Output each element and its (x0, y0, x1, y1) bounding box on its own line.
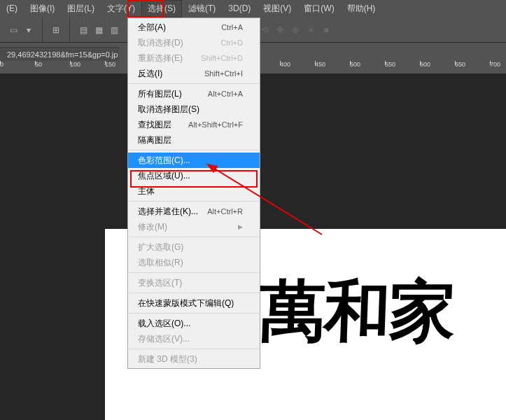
ruler-tick: 500 (350, 61, 360, 68)
menu-item: 重新选择(E)Shift+Ctrl+D (128, 50, 260, 66)
ruler-tick: 100 (70, 61, 80, 68)
submenu-arrow-icon: ▶ (238, 223, 243, 230)
menu-item[interactable]: 所有图层(L)Alt+Ctrl+A (128, 86, 260, 102)
menu-item-label: 在快速蒙版模式下编辑(Q) (138, 298, 243, 309)
menu-item-shortcut: Shift+Ctrl+I (204, 69, 243, 78)
ruler-tick: 550 (385, 61, 395, 68)
grid-icon[interactable]: ⊞ (49, 23, 63, 37)
menu-separator (129, 201, 259, 202)
menubar-item[interactable]: 视图(V) (257, 0, 297, 18)
menu-item-label: 载入选区(O)... (138, 318, 243, 330)
menubar-item[interactable]: 选择(S) (141, 0, 182, 18)
menu-separator (129, 313, 259, 314)
menu-item: 变换选区(T) (128, 275, 260, 290)
menu-item[interactable]: 选择并遮住(K)...Alt+Ctrl+R (128, 204, 260, 219)
menu-item: 取消选择(D)Ctrl+D (128, 35, 260, 50)
align-left-icon[interactable]: ▤ (76, 23, 90, 37)
menu-separator (129, 293, 259, 293)
menu-item-label: 焦点区域(U)... (138, 170, 243, 182)
ruler-tick: 150 (105, 61, 115, 68)
menu-item-label: 新建 3D 模型(3) (138, 354, 243, 365)
menu-item-label: 选择并遮住(K)... (138, 206, 207, 218)
menu-item[interactable]: 反选(I)Shift+Ctrl+I (128, 66, 260, 81)
menu-item-label: 反选(I) (138, 68, 204, 80)
menubar: (E)图像(I)图层(L)文字(Y)选择(S)滤镜(T)3D(D)视图(V)窗口… (0, 0, 506, 18)
menu-item[interactable]: 色彩范围(C)... (128, 153, 260, 168)
menu-item-label: 取消选择(D) (138, 37, 221, 49)
menu-item-label: 全部(A) (138, 22, 221, 34)
menu-item[interactable]: 全部(A)Ctrl+A (128, 20, 260, 35)
menubar-item[interactable]: 滤镜(T) (182, 0, 222, 18)
menu-item-label: 扩大选取(G) (138, 241, 243, 253)
ruler-tick: 600 (420, 61, 430, 68)
menu-item: 选取相似(R) (128, 255, 260, 270)
menu-separator (129, 272, 259, 273)
menu-item-shortcut: Shift+Ctrl+D (201, 54, 243, 62)
menu-item-label: 重新选择(E) (138, 52, 201, 64)
dropdown-icon[interactable]: ▾ (22, 23, 36, 37)
camera-icon[interactable]: ■ (319, 23, 333, 37)
menu-item: 修改(M)▶ (128, 219, 260, 234)
menu-item[interactable]: 载入选区(O)... (128, 316, 260, 331)
menu-separator (129, 237, 259, 237)
menu-separator (129, 349, 259, 349)
menu-item-label: 查找图层 (138, 119, 188, 131)
menu-item[interactable]: 隔离图层 (128, 132, 260, 148)
zoom-icon[interactable]: ⊕ (288, 23, 302, 37)
menu-item-label: 修改(M) (138, 221, 238, 233)
menu-item[interactable]: 取消选择图层(S) (128, 102, 260, 117)
menubar-item[interactable]: 帮助(H) (341, 0, 382, 18)
select-menu-dropdown: 全部(A)Ctrl+A取消选择(D)Ctrl+D重新选择(E)Shift+Ctr… (127, 18, 260, 369)
menu-item-label: 隔离图层 (138, 134, 243, 146)
menubar-item[interactable]: 窗口(W) (297, 0, 340, 18)
menubar-item[interactable]: 图像(I) (24, 0, 61, 18)
menu-separator (129, 83, 259, 84)
menu-separator (129, 150, 259, 150)
ruler-tick: 650 (455, 61, 465, 68)
menubar-item[interactable]: (E) (0, 0, 24, 18)
menu-item: 新建 3D 模型(3) (128, 351, 260, 367)
menubar-item[interactable]: 3D(D) (222, 0, 257, 18)
menu-item-shortcut: Ctrl+D (221, 38, 243, 47)
light-icon[interactable]: ☀ (304, 23, 318, 37)
menu-item-label: 变换选区(T) (138, 277, 243, 289)
menu-item-label: 取消选择图层(S) (138, 104, 243, 115)
menu-item[interactable]: 焦点区域(U)... (128, 168, 260, 183)
menu-item: 扩大选取(G) (128, 239, 260, 255)
menu-item-label: 所有图层(L) (138, 88, 208, 100)
pan-icon[interactable]: ✥ (273, 23, 287, 37)
ruler-tick: 400 (280, 61, 290, 68)
menu-item[interactable]: 在快速蒙版模式下编辑(Q) (128, 295, 260, 311)
document-tab[interactable]: 29,4692432198&fm=15&gp=0.jp (0, 47, 119, 61)
align-right-icon[interactable]: ▥ (107, 23, 121, 37)
menu-item-shortcut: Alt+Ctrl+A (208, 90, 243, 98)
menu-item-label: 选取相似(R) (138, 257, 243, 269)
menu-item-shortcut: Alt+Shift+Ctrl+F (188, 120, 243, 129)
ruler-tick: 0 (0, 61, 3, 68)
tab-title: 29,4692432198&fm=15&gp=0.jp (7, 50, 118, 59)
align-center-icon[interactable]: ▦ (92, 23, 106, 37)
ruler-tick: 700 (490, 61, 500, 68)
menu-item-shortcut: Ctrl+A (221, 23, 243, 31)
ruler-tick: 450 (315, 61, 325, 68)
menu-item-label: 主体 (138, 186, 243, 197)
menubar-item[interactable]: 图层(L) (61, 0, 101, 18)
menubar-item[interactable]: 文字(Y) (101, 0, 141, 18)
menu-item-shortcut: Alt+Ctrl+R (207, 207, 243, 216)
menu-item[interactable]: 查找图层Alt+Shift+Ctrl+F (128, 117, 260, 132)
menu-item[interactable]: 主体 (128, 183, 260, 199)
layer-icon[interactable]: ▭ (6, 23, 20, 37)
menu-item: 存储选区(V)... (128, 331, 260, 346)
menu-item-label: 存储选区(V)... (138, 333, 243, 345)
canvas-text: 萬和家 (258, 267, 456, 357)
ruler-tick: 50 (35, 61, 42, 68)
menu-item-label: 色彩范围(C)... (138, 155, 243, 167)
